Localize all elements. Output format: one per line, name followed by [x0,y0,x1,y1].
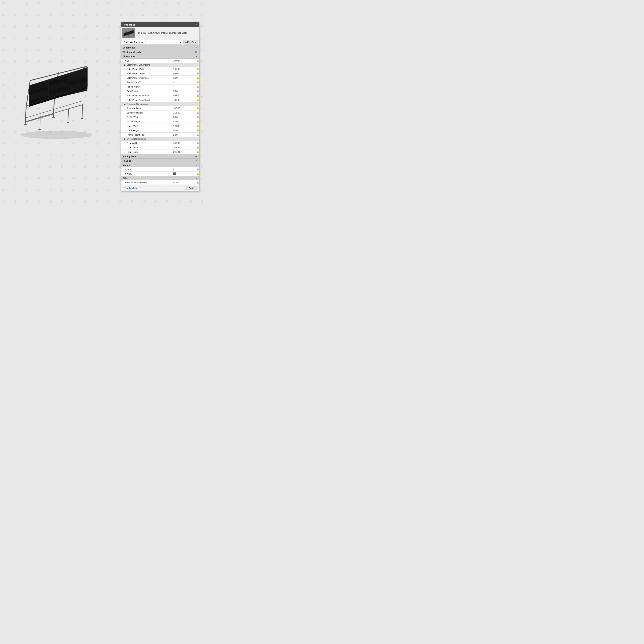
prop-total-width-name: Total Width [121,141,172,145]
prop-structure-depth-name: Structure Depth [121,106,172,110]
subsection-solar-panel-dimensions[interactable]: ▶ Solar Panel Dimensions [121,63,199,67]
prop-block-height: Block Height 9.00 🔒 [121,128,199,133]
lock-icon-profile-width: 🔒 [197,116,199,119]
section-other[interactable]: Other « [121,176,199,180]
prop-solar-panel-array-width-name: Solar Panel Array Width [121,94,172,97]
subsection-arrow-2: ▶ [124,103,126,105]
lock-icon-profile-height: 🔒 [197,120,199,123]
prop-total-height-name: Total Height [121,150,172,154]
section-visibility[interactable]: Visibility « [121,163,199,167]
prop-angle-value[interactable]: 30.00° [172,59,196,63]
svg-line-14 [82,104,83,119]
edit-type-label: Edit Type [187,41,196,43]
lock-icon-array-width: 🔒 [197,94,199,97]
svg-rect-4 [52,117,55,118]
prop-panels-num-y: Panels Num Y 4 🔒 [121,85,199,89]
lock-icon-angle: 🔒 [197,59,199,62]
prop-gap-distance-value[interactable]: 3.00 [172,89,196,93]
subsection-arrow-3: ▶ [124,138,126,140]
prop-x-array-value[interactable] [172,172,196,176]
prop-solar-panel-thickness-value[interactable]: 3.00 [172,76,196,80]
svg-rect-11 [38,129,41,130]
svg-line-12 [68,109,68,123]
component-name-label: RD_Solar Panel Ground Mounted Landscape … [137,31,198,34]
prop-panels-num-y-value[interactable]: 4 [172,85,196,89]
prop-block-width-value[interactable]: 14.00 [172,124,196,128]
lock-icon-struct-depth: 🔒 [197,107,199,110]
prop-structure-depth: Structure Depth 265.00 🔒 [121,106,199,110]
subsection-structure-dimensions-label: Structure Dimensions [127,103,148,105]
prop-total-depth: Total Depth 353.34 🔒 [121,145,199,150]
canvas-area [0,0,119,217]
apply-button[interactable]: Apply [186,186,197,190]
panel-close-button[interactable]: × [196,23,197,26]
prop-block-height-name: Block Height [121,129,172,132]
lock-icon-total-width: 🔒 [197,142,199,144]
section-dimensions[interactable]: Dimensions « [121,54,199,59]
prop-solar-panel-array-depth-value[interactable]: 408.00 [172,98,196,102]
panel-content[interactable]: Constraints ≫ Electrical - Loads ≫ Dimen… [121,45,199,185]
prop-profile-width: Profile Width 3.00 🔒 [121,115,199,119]
prop-solar-panel-width-value[interactable]: 163.00 [172,67,196,71]
other-collapse-icon: « [196,177,197,179]
prop-x-one-value[interactable] [172,167,196,171]
prop-structure-depth-value[interactable]: 265.00 [172,106,196,110]
prop-profile-height-half-value[interactable]: 2.00 [172,133,196,137]
prop-solar-panel-array-width-value[interactable]: 495.00 [172,94,196,97]
prop-solar-panel-depth-name: Solar Panel Depth [121,72,172,75]
prop-x-array: X Array 🔒 [121,172,199,176]
electrical-loads-collapse-icon: ≫ [195,51,197,53]
constraints-collapse-icon: ≫ [195,46,197,49]
constraints-label: Constraints [123,46,135,49]
prop-total-depth-value[interactable]: 353.34 [172,146,196,149]
svg-rect-2 [24,124,27,125]
type-dropdown[interactable]: Specialty Equipment (1) [122,40,182,44]
svg-rect-13 [67,122,69,123]
lock-icon-sp-depth: 🔒 [197,72,199,75]
panel-header: RD_Solar Panel Ground Mounted Landscape … [121,27,199,39]
section-electrical-loads[interactable]: Electrical - Loads ≫ [121,50,199,54]
prop-total-width-value[interactable]: 495.00 [172,141,196,145]
prop-structure-height-value[interactable]: 215.00 [172,111,196,115]
prop-solar-panel-width-half: Solar Panel Width Half 81.50 🔒 [121,180,199,185]
section-constraints[interactable]: Constraints ≫ [121,45,199,50]
checkbox-x-array[interactable] [173,172,176,175]
lock-icon-sp-thickness: 🔒 [197,76,199,79]
solar-panel-svg [10,58,111,145]
identity-data-label: Identity Data [123,155,136,158]
prop-profile-width-value[interactable]: 3.00 [172,115,196,119]
subsection-structure-dimensions[interactable]: ▶ Structure Dimensions [121,102,199,106]
prop-solar-panel-thickness-name: Solar Panel Thickness [121,76,172,80]
section-phasing[interactable]: Phasing ≫ [121,159,199,163]
prop-solar-panel-array-depth: Solar Panel Array Depth 408.00 🔒 [121,98,199,102]
subsection-overall-dimensions[interactable]: ▶ Overall Dimensions [121,137,199,141]
svg-line-10 [40,116,40,130]
prop-total-height-value[interactable]: 245.81 [172,150,196,154]
prop-block-height-value[interactable]: 9.00 [172,129,196,132]
edit-type-button[interactable]: ⊞ Edit Type [184,40,198,44]
section-identity-data[interactable]: Identity Data ≫ [121,154,199,159]
dimensions-collapse-icon: « [196,55,197,58]
panel-footer: Properties help Apply [121,185,199,191]
prop-solar-panel-depth-value[interactable]: 99.00 [172,72,196,75]
lock-icon-sp-width-half: 🔒 [197,181,199,184]
lock-icon-sp-width: 🔒 [197,68,199,70]
prop-solar-panel-width-half-value[interactable]: 81.50 [172,181,196,184]
prop-profile-height-half-name: Profile Height Half [121,133,172,137]
lock-icon-total-depth: 🔒 [197,146,199,149]
lock-icon-x-one: 🔒 [197,168,199,171]
lock-icon-block-height: 🔒 [197,129,199,132]
prop-solar-panel-array-depth-name: Solar Panel Array Depth [121,98,172,102]
subsection-overall-dimensions-label: Overall Dimensions [127,138,146,140]
visibility-label: Visibility [123,164,132,166]
prop-x-one: X One 🔒 [121,167,199,172]
prop-panels-num-x-name: Panels Num X [121,81,172,84]
prop-profile-height-value[interactable]: 4.00 [172,120,196,123]
phasing-label: Phasing [123,160,131,162]
prop-x-array-name: X Array [121,172,172,176]
dimensions-label: Dimensions [123,55,135,58]
prop-panels-num-x-value[interactable]: 3 [172,81,196,84]
checkbox-x-one[interactable] [173,168,176,171]
properties-help-link[interactable]: Properties help [123,187,137,189]
prop-gap-distance: Gap Distance 3.00 🔒 [121,89,199,93]
